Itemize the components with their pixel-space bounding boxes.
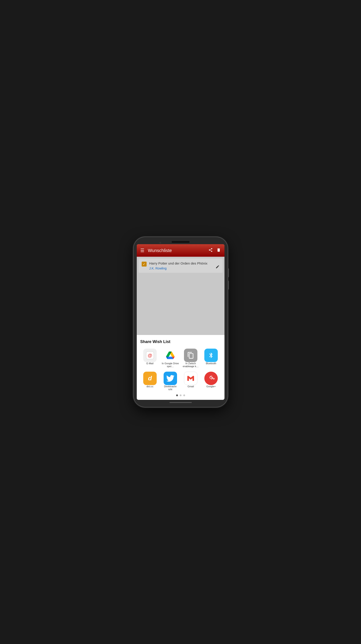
gdrive-label: In Google Drive spei… bbox=[161, 362, 180, 368]
toolbar-title: Wunschliste bbox=[148, 248, 208, 253]
gmail-label: Gmail bbox=[188, 385, 194, 388]
dot-1[interactable] bbox=[176, 394, 178, 396]
dictcc-icon: d bbox=[143, 372, 157, 385]
check-mark: ✓ bbox=[143, 262, 145, 266]
speaker bbox=[172, 241, 190, 243]
front-camera bbox=[159, 242, 161, 244]
share-icon[interactable] bbox=[208, 248, 213, 253]
gplus-label: Google+ bbox=[206, 385, 216, 388]
edit-icon[interactable] bbox=[216, 265, 220, 270]
menu-icon[interactable]: ☰ bbox=[140, 248, 144, 253]
toolbar-actions bbox=[208, 248, 221, 253]
share-item-dictcc[interactable]: d dict.cc bbox=[140, 371, 160, 392]
item-text: Harry Potter und der Orden des Phönix J.… bbox=[149, 261, 220, 270]
item-author[interactable]: J.K. Rowling bbox=[149, 266, 220, 270]
dictcc-label: dict.cc bbox=[146, 385, 153, 388]
item-title: Harry Potter und der Orden des Phönix bbox=[149, 261, 220, 266]
checkbox[interactable]: ✓ bbox=[142, 262, 147, 266]
twitter-icon bbox=[164, 372, 177, 385]
share-item-gmail[interactable]: Gmail bbox=[181, 371, 201, 392]
phone-device: ☰ Wunschliste ✓ bbox=[134, 237, 228, 407]
dot-3[interactable] bbox=[183, 394, 185, 396]
bluetooth-label: Bluetooth bbox=[206, 362, 216, 365]
volume-down-button[interactable] bbox=[228, 281, 229, 290]
share-sheet: Share Wish List @ E-Mail bbox=[137, 335, 224, 400]
pagination-dots bbox=[140, 394, 221, 396]
list-item[interactable]: ✓ Harry Potter und der Orden des Phönix … bbox=[139, 258, 223, 273]
home-indicator[interactable] bbox=[169, 402, 192, 403]
delete-icon[interactable] bbox=[216, 248, 221, 253]
volume-up-button[interactable] bbox=[228, 268, 229, 277]
share-grid: @ E-Mail bbox=[140, 348, 221, 392]
toolbar: ☰ Wunschliste bbox=[137, 244, 224, 257]
share-title: Share Wish List bbox=[140, 340, 221, 344]
share-item-twitter[interactable]: Direktnachricht bbox=[161, 371, 180, 392]
bluetooth-icon bbox=[204, 348, 218, 362]
share-item-gplus[interactable]: Google+ bbox=[201, 371, 221, 392]
email-label: E-Mail bbox=[146, 362, 153, 365]
clipboard-icon bbox=[184, 348, 197, 362]
share-item-bluetooth[interactable]: Bluetooth bbox=[201, 348, 221, 369]
share-item-email[interactable]: @ E-Mail bbox=[140, 348, 160, 369]
list-area: ✓ Harry Potter und der Orden des Phönix … bbox=[137, 257, 224, 335]
clipboard-label: In Zwischenableage k… bbox=[183, 362, 199, 368]
twitter-label: Direktnachricht bbox=[164, 385, 177, 391]
share-item-clipboard[interactable]: In Zwischenableage k… bbox=[181, 348, 201, 369]
gplus-icon bbox=[204, 372, 218, 385]
dot-2[interactable] bbox=[180, 394, 182, 396]
gmail-icon bbox=[184, 372, 197, 385]
gdrive-icon bbox=[164, 348, 177, 362]
phone-screen: ☰ Wunschliste ✓ bbox=[137, 244, 224, 400]
email-icon: @ bbox=[143, 348, 157, 362]
share-item-gdrive[interactable]: In Google Drive spei… bbox=[161, 348, 180, 369]
